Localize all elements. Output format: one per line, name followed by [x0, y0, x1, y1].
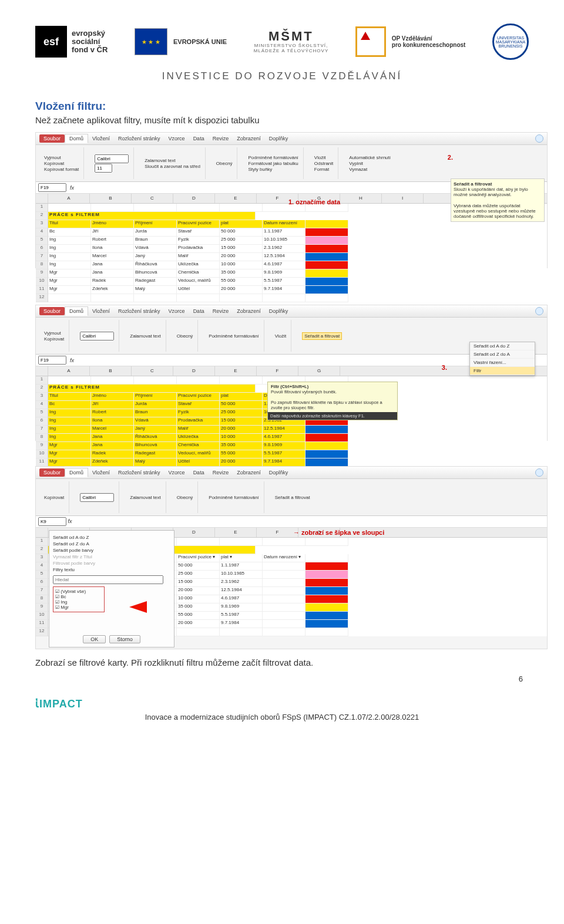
- sort-filter-button[interactable]: Seřadit a filtrovat: [302, 332, 342, 340]
- table-cell[interactable]: Prodavačka: [177, 417, 220, 426]
- ribbon-tab-file[interactable]: Soubor: [39, 134, 65, 143]
- table-cell[interactable]: 20 000: [220, 286, 263, 294]
- table-cell[interactable]: 20 000: [220, 458, 263, 467]
- col-e[interactable]: E: [215, 528, 257, 537]
- ribbon-tab-layout[interactable]: Rozložení stránky: [114, 468, 164, 477]
- ribbon-tab-insert[interactable]: Vložení: [88, 307, 114, 315]
- table-cell[interactable]: 50 000: [177, 562, 220, 571]
- table-cell[interactable]: Fyzik: [177, 409, 220, 417]
- table-cell[interactable]: 20 000: [177, 587, 220, 595]
- table-cell[interactable]: Jiří: [91, 228, 134, 237]
- table-cell[interactable]: 9.8.1969: [263, 442, 306, 450]
- table-cell[interactable]: 10 000: [220, 434, 263, 442]
- style-cell[interactable]: Styly buňky: [248, 167, 298, 172]
- table-cell[interactable]: 50 000: [220, 401, 263, 409]
- chk-all[interactable]: ☑ (Vybrat vše): [55, 589, 102, 594]
- col-a[interactable]: A: [48, 366, 90, 376]
- filter-color[interactable]: Seřadit podle barvy: [53, 547, 170, 554]
- cell-ins[interactable]: Vložit: [314, 155, 333, 160]
- table-cell[interactable]: Bihuncová: [134, 442, 177, 450]
- table-cell[interactable]: Fyzik: [177, 237, 220, 245]
- table-cell[interactable]: 1.1.1987: [220, 562, 263, 571]
- table-cell[interactable]: Mgr: [48, 269, 91, 278]
- filter-az[interactable]: Seřadit od A do Z: [53, 534, 170, 541]
- table-cell[interactable]: 20 000: [220, 426, 263, 434]
- col-e[interactable]: E: [215, 366, 257, 376]
- ribbon-tab-file[interactable]: Soubor: [39, 468, 65, 477]
- drop-az[interactable]: Seřadit od A do Z: [470, 342, 535, 350]
- style-tbl[interactable]: Formátovat jako tabulku: [248, 161, 298, 166]
- ribbon-tab-layout[interactable]: Rozložení stránky: [114, 307, 164, 315]
- table-cell[interactable]: 4.6.1987: [220, 595, 263, 603]
- col-b[interactable]: B: [90, 194, 132, 203]
- table-cell[interactable]: Vedoucí, malířů: [177, 450, 220, 458]
- table-cell[interactable]: Braun: [134, 237, 177, 245]
- drop-filter[interactable]: Filtr: [470, 367, 535, 375]
- table-header[interactable]: Datum narození ▾: [263, 554, 306, 562]
- table-cell[interactable]: 4.6.1987: [263, 434, 306, 442]
- table-cell[interactable]: Radegast: [134, 450, 177, 458]
- table-cell[interactable]: 10 000: [177, 595, 220, 603]
- table-cell[interactable]: Marcel: [91, 426, 134, 434]
- align-merge[interactable]: Sloučit a zarovnat na střed: [145, 164, 200, 169]
- table-cell[interactable]: Ing: [48, 253, 91, 261]
- ribbon-tab-data[interactable]: Data: [189, 307, 209, 315]
- align-wrap[interactable]: Zalamovat text: [130, 333, 160, 339]
- table-cell[interactable]: Učitel: [177, 286, 220, 294]
- ribbon-tab-view[interactable]: Zobrazení: [233, 134, 265, 143]
- name-box[interactable]: [38, 183, 66, 192]
- table-cell[interactable]: Ilona: [91, 417, 134, 426]
- col-c[interactable]: C: [132, 366, 173, 376]
- table-cell[interactable]: Jana: [91, 261, 134, 269]
- num-format[interactable]: Obecný: [216, 161, 233, 166]
- col-d[interactable]: D: [173, 528, 215, 537]
- ribbon-tab-data[interactable]: Data: [189, 468, 209, 477]
- help-icon[interactable]: [535, 468, 543, 477]
- table-cell[interactable]: Mgr: [48, 450, 91, 458]
- font-name-input[interactable]: [95, 154, 129, 163]
- ribbon-tab-review[interactable]: Revize: [209, 134, 233, 143]
- table-cell[interactable]: 4.6.1987: [263, 261, 306, 269]
- clipboard-cut[interactable]: Vyjmout: [44, 331, 64, 336]
- col-i[interactable]: I: [382, 194, 424, 203]
- drop-custom[interactable]: Vlastní řazení...: [470, 359, 535, 367]
- col-b[interactable]: B: [90, 366, 132, 376]
- align-wrap[interactable]: Zalamovat text: [145, 158, 200, 163]
- col-c[interactable]: C: [132, 194, 173, 203]
- table-cell[interactable]: Bc: [48, 228, 91, 237]
- table-header[interactable]: plat ▾: [220, 554, 263, 562]
- table-cell[interactable]: 5.5.1987: [263, 450, 306, 458]
- table-cell[interactable]: 35 000: [220, 269, 263, 278]
- style-cond[interactable]: Podmíněné formátování: [209, 333, 258, 339]
- table-cell[interactable]: Radek: [91, 278, 134, 286]
- table-cell[interactable]: 12.5.1984: [263, 426, 306, 434]
- table-cell[interactable]: 55 000: [220, 450, 263, 458]
- col-g[interactable]: G: [298, 366, 340, 376]
- ribbon-tab-file[interactable]: Soubor: [39, 307, 65, 315]
- style-cond[interactable]: Podmíněné formátování: [248, 155, 298, 160]
- clipboard-fmt[interactable]: Kopírovat formát: [44, 167, 79, 172]
- name-box[interactable]: [38, 517, 66, 526]
- table-cell[interactable]: Zdeňek: [91, 458, 134, 467]
- edit-clr[interactable]: Vymazat: [349, 167, 391, 172]
- table-cell[interactable]: Učitel: [177, 458, 220, 467]
- table-cell[interactable]: Malý: [134, 458, 177, 467]
- name-box[interactable]: [38, 356, 66, 365]
- clipboard-copy[interactable]: Kopírovat: [44, 336, 64, 342]
- style-cond[interactable]: Podmíněné formátování: [209, 495, 258, 500]
- cell-fmt[interactable]: Formát: [314, 167, 333, 172]
- table-cell[interactable]: Jiří: [91, 401, 134, 409]
- table-cell[interactable]: Řiháčková: [134, 261, 177, 269]
- ribbon-tab-addins[interactable]: Doplňky: [265, 307, 293, 315]
- table-cell[interactable]: Ing: [48, 245, 91, 253]
- filter-text[interactable]: Filtry textu: [53, 566, 170, 573]
- table-cell[interactable]: Stavař: [177, 401, 220, 409]
- table-cell[interactable]: 15 000: [220, 417, 263, 426]
- num-format[interactable]: Obecný: [177, 495, 193, 500]
- ribbon-tab-layout[interactable]: Rozložení stránky: [114, 134, 164, 143]
- table-cell[interactable]: 2.3.1962: [263, 245, 306, 253]
- table-cell[interactable]: 35 000: [177, 603, 220, 612]
- table-cell[interactable]: 20 000: [220, 253, 263, 261]
- table-cell[interactable]: 9.8.1969: [220, 603, 263, 612]
- table-cell[interactable]: 9.7.1984: [263, 458, 306, 467]
